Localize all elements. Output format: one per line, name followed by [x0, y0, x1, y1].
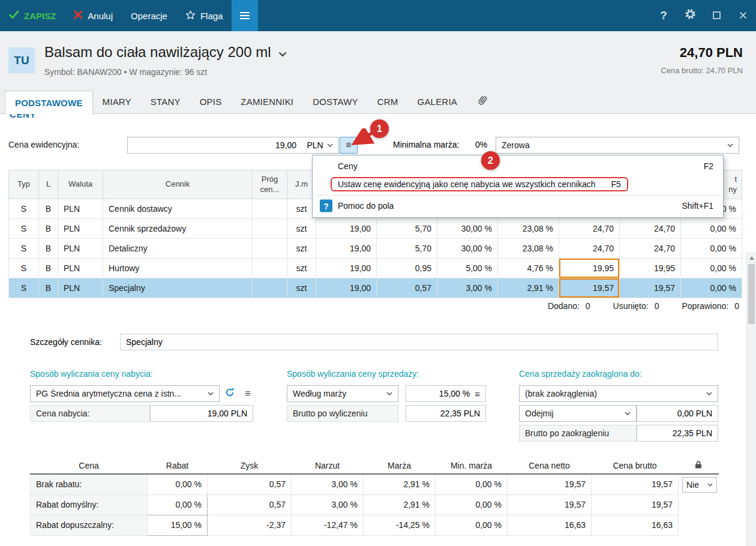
close-icon	[739, 10, 747, 22]
tab-dostawy[interactable]: DOSTAWY	[303, 97, 368, 113]
title-chevron-down-icon[interactable]	[278, 44, 287, 61]
min-margin-label: Minimalna marża:	[393, 140, 459, 149]
field-help-icon: ?	[320, 200, 332, 212]
maximize-button[interactable]	[703, 0, 730, 31]
rounding-op-value[interactable]: 0,00 PLN	[637, 405, 718, 422]
pricelist-name-input[interactable]: Specjalny	[120, 334, 718, 350]
hamburger-icon[interactable]: ≡	[475, 389, 480, 399]
gross-price-caption: Cena brutto: 24,70 PLN	[661, 66, 743, 75]
settings-button[interactable]	[677, 0, 703, 31]
scrollbar-thumb[interactable]	[748, 264, 755, 324]
purchase-calc-title: Sposób wyliczania ceny nabycia:	[30, 369, 153, 379]
sale-calc-title: Sposób wyliczania ceny sprzedaży:	[287, 369, 419, 379]
gear-icon	[685, 8, 696, 23]
rounding-mode-select[interactable]: (brak zaokrąglenia)	[519, 385, 718, 402]
context-menu: Ceny F2 Ustaw cenę ewidencyjną jako cenę…	[312, 155, 724, 218]
purchase-menu-button[interactable]: ≡	[240, 386, 256, 401]
currency-select[interactable]: PLN	[302, 137, 338, 153]
menu-item-pomoc[interactable]: ? Pomoc do pola Shift+F1	[313, 197, 723, 214]
sale-result-value: 22,35 PLN	[406, 405, 486, 422]
cancel-button[interactable]: Anuluj	[65, 0, 122, 31]
menu-item-ustaw-cene[interactable]: Ustaw cenę ewidencyjną jako cenę nabycia…	[313, 175, 723, 193]
purchase-price-value[interactable]: 19,00 PLN	[150, 405, 253, 422]
scroll-up-arrow-icon[interactable]	[749, 256, 754, 260]
rounding-result-label: Brutto po zaokrągleniu	[519, 425, 637, 442]
attachments-paperclip-icon[interactable]	[469, 91, 491, 115]
change-summary: Dodano:0 Usunięto:0 Poprawiono:0	[548, 301, 739, 311]
refresh-button[interactable]	[222, 386, 238, 401]
tab-zamienniki[interactable]: ZAMIENNIKI	[231, 97, 303, 113]
help-icon: ?	[660, 9, 667, 22]
lock-icon	[679, 458, 719, 474]
purchase-method-select[interactable]: PG Średnia arytmetyczna cena z istn...	[30, 385, 220, 402]
close-button[interactable]	[730, 0, 756, 31]
table-row[interactable]: SBPLNCennik sprzedażowyszt19,005,7030,00…	[9, 219, 742, 239]
removed-label: Usunięto:	[613, 301, 649, 311]
discount-input[interactable]: 0,00 %	[148, 494, 208, 515]
cancel-x-icon	[74, 10, 83, 21]
check-icon	[9, 10, 19, 21]
star-icon	[185, 10, 196, 22]
removed-count: 0	[655, 301, 659, 311]
app-window: ZAPISZ Anuluj Operacje Flaga ?	[0, 0, 756, 546]
shortcut-f5: F5	[611, 179, 621, 189]
table-row[interactable]: SBPLNHurtowyszt19,000,955,00 %4,76 %19,9…	[9, 259, 742, 278]
flag-label: Flaga	[200, 11, 223, 21]
rounding-op-row: Odejmij 0,00 PLN	[519, 405, 718, 422]
main-menu-button[interactable]	[232, 0, 258, 31]
evidence-price-input[interactable]: 19,00 PLN	[127, 137, 338, 154]
sale-result-row: Brutto po wyliczeniu 22,35 PLN	[287, 405, 486, 422]
shortcut-f2: F2	[692, 161, 713, 171]
save-button[interactable]: ZAPISZ	[0, 0, 65, 31]
tab-stany[interactable]: STANY	[141, 97, 190, 113]
item-subtitle: Symbol: BANAW200 • W magazynie: 96 szt	[44, 67, 207, 77]
discount-row: Brak rabatu: 0,00 % 0,57 3,00 % 2,91 % 0…	[31, 474, 719, 494]
col-prog: Prógcen...	[253, 170, 287, 199]
help-button[interactable]: ?	[650, 0, 677, 31]
rounding-result-row: Brutto po zaokrągleniu 22,35 PLN	[519, 425, 718, 442]
tab-podstawowe[interactable]: PODSTAWOWE	[5, 91, 93, 114]
added-count: 0	[586, 301, 590, 311]
lock-select[interactable]: Nie	[682, 477, 717, 493]
rounding-op-select[interactable]: Odejmij	[519, 405, 637, 422]
table-row[interactable]: SBPLNDetalicznyszt19,005,7030,00 %23,08 …	[9, 239, 742, 259]
evidence-price-label: Cena ewidencyjna:	[8, 140, 79, 149]
flag-button[interactable]: Flaga	[176, 0, 232, 31]
tab-content: CENY Cena ewidencyjna: 19,00 PLN ≡ Minim…	[0, 114, 756, 546]
discount-header-row: Cena Rabat Zysk Narzut Marża Min. marża …	[31, 458, 719, 474]
annotation-highlight-box: Ustaw cenę ewidencyjną jako cenę nabycia…	[331, 177, 628, 191]
sale-method-select[interactable]: Według marży	[287, 385, 398, 402]
operations-label: Operacje	[131, 11, 167, 21]
min-margin-select[interactable]: Zerowa	[496, 137, 739, 154]
tab-opis[interactable]: OPIS	[190, 97, 232, 113]
window-controls: ?	[650, 0, 756, 31]
highlighted-cell[interactable]: 19,95	[559, 259, 620, 278]
tab-crm[interactable]: CRM	[368, 97, 408, 113]
discount-input[interactable]: 15,00 %	[148, 515, 208, 535]
min-margin-value[interactable]: 0%	[475, 140, 487, 149]
tab-bar: PODSTAWOWE MIARY STANY OPIS ZAMIENNIKI D…	[0, 88, 756, 114]
sale-margin-input[interactable]: 15,00 % ≡	[406, 385, 486, 402]
purchase-price-row: Cena nabycia: 19,00 PLN	[30, 405, 253, 422]
pricelist-details-label: Szczegóły cennika:	[30, 337, 102, 347]
table-row-selected[interactable]: SBPLNSpecjalnyszt19,000,573,00 %2,91 %19…	[9, 278, 742, 298]
added-label: Dodano:	[548, 301, 580, 311]
discount-row: Rabat dopuszczalny: 15,00 % -2,37 -12,47…	[31, 515, 719, 535]
operations-button[interactable]: Operacje	[122, 0, 176, 31]
purchase-calc-row: PG Średnia arytmetyczna cena z istn... ≡	[30, 385, 256, 402]
refresh-icon	[224, 387, 235, 400]
highlighted-cell[interactable]: 19,57	[559, 278, 620, 298]
evidence-price-value[interactable]: 19,00	[128, 140, 302, 150]
col-typ: Typ	[9, 170, 39, 199]
item-header: TU Balsam do ciała nawilżający 200 ml Sy…	[0, 31, 756, 88]
save-label: ZAPISZ	[24, 11, 56, 21]
tab-galeria[interactable]: GALERIA	[408, 97, 467, 113]
vertical-scrollbar[interactable]	[746, 252, 756, 546]
menu-separator	[314, 195, 722, 196]
tab-miary[interactable]: MIARY	[93, 97, 141, 113]
menu-item-ceny[interactable]: Ceny F2	[313, 158, 723, 175]
gross-price: 24,70 PLN	[680, 45, 743, 61]
discount-row: Rabat domyślny: 0,00 % 0,57 3,00 % 2,91 …	[31, 494, 719, 515]
annotation-arrow	[348, 128, 381, 146]
cancel-label: Anuluj	[88, 11, 113, 21]
